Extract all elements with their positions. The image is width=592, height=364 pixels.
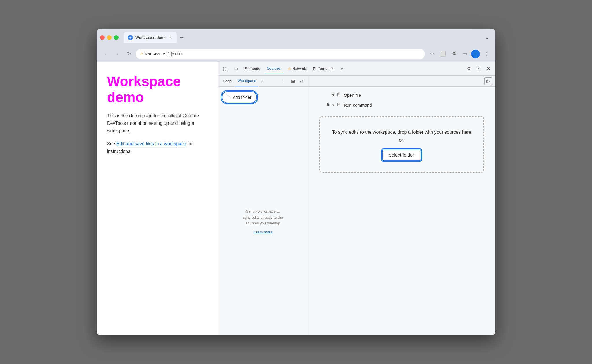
minimize-traffic-light[interactable] — [107, 35, 112, 40]
page-content: Workspace demo This is the demo page for… — [97, 62, 218, 335]
settings-icon[interactable]: ⚙ — [465, 64, 473, 73]
tab-title: Workspace demo — [135, 35, 167, 40]
labs-icon[interactable]: ⚗ — [449, 49, 458, 59]
select-folder-button[interactable]: select folder — [382, 150, 421, 161]
more-tabs-button[interactable]: » — [338, 65, 345, 72]
run-command-keys: ⌘ ⇧ P — [317, 102, 340, 107]
keyboard-shortcuts: ⌘ P Open file ⌘ ⇧ P Run command — [317, 92, 487, 107]
left-more-tabs[interactable]: » — [260, 78, 265, 84]
devtools-right-header: ▷ — [308, 76, 495, 87]
page-see: See Edit and save files in a workspace f… — [107, 140, 207, 155]
traffic-lights — [100, 35, 119, 40]
add-folder-plus-icon: + — [227, 94, 231, 100]
devtools-right-content: ⌘ P Open file ⌘ ⇧ P Run command To sync … — [308, 87, 495, 335]
active-tab[interactable]: ⊕ Workspace demo × — [124, 32, 177, 43]
title-bar: ⊕ Workspace demo × + ⌄ — [97, 29, 495, 46]
drop-zone-text: To sync edits to the workspace, drop a f… — [329, 128, 475, 144]
network-warning-icon: ⚠ — [288, 66, 291, 71]
left-panel-icons: ⋮ ▣ ◁ — [280, 77, 305, 85]
profile-icon[interactable]: 👤 — [471, 50, 480, 58]
tab-bar: ⊕ Workspace demo × + — [124, 32, 479, 43]
device-toggle-icon[interactable]: ▭ — [231, 64, 240, 73]
add-folder-text: Add folder — [233, 95, 251, 100]
tab-network[interactable]: ⚠ Network — [285, 64, 309, 73]
refresh-button[interactable]: ↻ — [124, 49, 134, 59]
devtools-close-button[interactable]: ✕ — [484, 64, 493, 73]
right-panel-icon[interactable]: ▷ — [484, 77, 492, 85]
devtools-body: Page Workspace » ⋮ ▣ ◁ + Add folder — [218, 76, 495, 335]
warning-icon: ⚠ — [140, 52, 144, 56]
devtools-toolbar: ⬚ ▭ Elements Sources ⚠ Network Performan… — [218, 62, 495, 76]
left-tab-workspace[interactable]: Workspace — [235, 76, 258, 86]
learn-more-link[interactable]: Learn more — [253, 230, 272, 234]
left-panel-tree-icon[interactable]: ▣ — [289, 77, 297, 85]
close-traffic-light[interactable] — [100, 35, 105, 40]
devtools-more-options[interactable]: ⋮ — [474, 64, 483, 73]
tab-sources[interactable]: Sources — [264, 64, 284, 73]
maximize-traffic-light[interactable] — [114, 35, 119, 40]
address-field[interactable]: ⚠ Not Secure [::]:8000 — [136, 49, 425, 59]
address-icons: ☆ ⬜ ⚗ ▭ 👤 ⋮ — [427, 49, 491, 59]
browser-window: ⊕ Workspace demo × + ⌄ ‹ › ↻ ⚠ Not Secur… — [97, 29, 495, 335]
page-title: Workspace demo — [107, 73, 207, 105]
open-file-label: Open file — [344, 93, 361, 98]
new-tab-button[interactable]: + — [178, 33, 186, 42]
bookmark-icon[interactable]: ☆ — [427, 49, 436, 59]
workspace-msg-text: Set up workspace to sync edits directly … — [243, 209, 283, 226]
left-tab-page[interactable]: Page — [221, 76, 234, 86]
split-screen-icon[interactable]: ▭ — [460, 49, 469, 59]
tab-performance[interactable]: Performance — [310, 64, 337, 73]
shortcut-run-command: ⌘ ⇧ P Run command — [317, 102, 487, 107]
main-content: Workspace demo This is the demo page for… — [97, 62, 495, 335]
security-indicator: ⚠ Not Secure — [140, 52, 165, 56]
shortcut-open-file: ⌘ P Open file — [317, 92, 487, 98]
title-bar-actions: ⌄ — [482, 32, 492, 43]
more-options-icon[interactable]: ⋮ — [482, 49, 491, 59]
devtools-panel: ⬚ ▭ Elements Sources ⚠ Network Performan… — [218, 62, 495, 335]
devtools-left-panel: Page Workspace » ⋮ ▣ ◁ + Add folder — [218, 76, 308, 335]
tab-elements[interactable]: Elements — [241, 64, 263, 73]
tab-favicon: ⊕ — [128, 35, 133, 40]
see-prefix: See — [107, 141, 116, 146]
forward-button[interactable]: › — [113, 49, 122, 59]
workspace-link[interactable]: Edit and save files in a workspace — [116, 141, 186, 146]
add-folder-button[interactable]: + Add folder — [222, 91, 257, 103]
url-display: [::]:8000 — [167, 52, 182, 56]
window-controls-icon[interactable]: ⌄ — [482, 32, 492, 43]
address-bar: ‹ › ↻ ⚠ Not Secure [::]:8000 ☆ ⬜ ⚗ ▭ 👤 ⋮ — [97, 46, 495, 62]
back-button[interactable]: ‹ — [101, 49, 110, 59]
open-file-keys: ⌘ P — [317, 92, 340, 98]
left-panel-menu-icon[interactable]: ⋮ — [280, 77, 288, 85]
devtools-left-tabs: Page Workspace » ⋮ ▣ ◁ — [218, 76, 308, 87]
extensions-icon[interactable]: ⬜ — [438, 49, 447, 59]
run-command-label: Run command — [344, 103, 372, 107]
not-secure-label: Not Secure — [145, 52, 165, 56]
workspace-empty-message: Set up workspace to sync edits directly … — [218, 108, 308, 335]
left-collapse-icon[interactable]: ◁ — [298, 77, 305, 85]
tab-close-button[interactable]: × — [169, 35, 173, 40]
page-description: This is the demo page for the official C… — [107, 112, 207, 134]
inspect-element-icon[interactable]: ⬚ — [221, 64, 230, 73]
devtools-right-panel: ▷ ⌘ P Open file ⌘ ⇧ P Run command — [308, 76, 495, 335]
drop-zone[interactable]: To sync edits to the workspace, drop a f… — [319, 116, 484, 173]
